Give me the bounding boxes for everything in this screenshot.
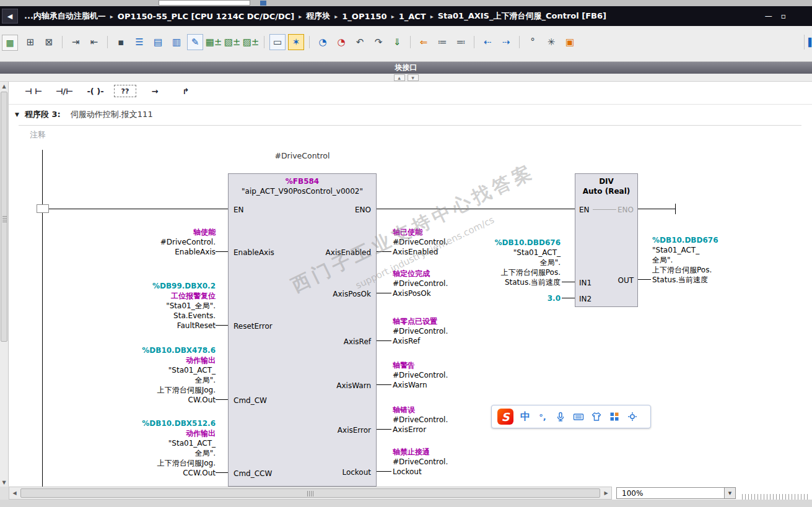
operand-cmd-ccw[interactable]: %DB10.DBX512.6 动作输出 "Sta01_ACT_ 全局". 上下滑… (85, 418, 216, 478)
chinese-mode-icon[interactable]: 中 (520, 410, 530, 423)
call-structure-icon[interactable]: ≔ (434, 34, 450, 50)
interface-splitter[interactable]: ▲ ▼ (0, 74, 812, 82)
scroll-left-icon[interactable]: ◀ (9, 487, 20, 499)
next-error-icon[interactable]: ⇢ (498, 34, 514, 50)
toolbox-icon[interactable] (609, 411, 620, 422)
breadcrumb-folder-2[interactable]: 1_ACT (399, 12, 426, 21)
absolute-symbolic-operands-icon[interactable]: ▥ (168, 34, 185, 50)
no-contact-icon[interactable]: ⊣ ⊢ (21, 84, 46, 98)
reset-layout-icon[interactable]: ▪ (113, 34, 129, 50)
pin-axisref[interactable]: AxisRef (344, 337, 371, 347)
know-how-protection-icon[interactable]: ▣ (562, 34, 578, 50)
breadcrumb-program-blocks[interactable]: 程序块 (306, 11, 330, 22)
pin-lockout[interactable]: Lockout (342, 467, 371, 477)
collapse-all-networks-icon[interactable]: ▤ (150, 34, 166, 50)
pin-div-in1[interactable]: IN1 (579, 278, 592, 288)
download-icon[interactable]: ⇓ (389, 34, 405, 50)
pin-axisposok[interactable]: AxisPosOk (333, 289, 371, 299)
branch-stub-box[interactable] (37, 204, 49, 213)
operand-enableaxis[interactable]: 轴使能 #DriveControl. EnableAxis (85, 227, 216, 257)
operand-axiswarn[interactable]: 轴警告 #DriveControl. AxisWarn (393, 360, 517, 390)
network-comment[interactable]: 注释 (30, 129, 46, 141)
sogou-logo-icon[interactable]: S (497, 409, 513, 425)
breadcrumb-plc[interactable]: OP1150-55_PLC [CPU 1214C DC/DC/DC] (118, 12, 294, 21)
scroll-right-icon[interactable]: ▶ (601, 487, 611, 499)
back-button[interactable]: ◀ (2, 9, 18, 24)
insert-fc-call-icon[interactable]: ▧± (224, 34, 240, 50)
toggle-network-comments-icon[interactable]: ✎ (187, 34, 203, 50)
ladder-editor-canvas[interactable]: ⊣ ⊢ ⊣/⊢ -( )- ?? → ↱ ▼ 程序段 3: 伺服动作控制.报文1… (9, 82, 812, 487)
microphone-icon[interactable] (555, 411, 566, 422)
ime-toolbar[interactable]: S 中 °, (491, 405, 651, 428)
insert-empty-box-icon[interactable]: ▭ (269, 34, 286, 50)
jump-backward-icon[interactable]: ↶ (352, 34, 368, 50)
insert-row-icon[interactable]: ⇥ (68, 34, 84, 50)
assignment-list-icon[interactable]: ≕ (453, 34, 469, 50)
settings-icon[interactable] (627, 411, 638, 422)
program-editor-icon[interactable]: ▦ (2, 35, 18, 51)
monitoring-off-icon[interactable]: ◔ (333, 34, 349, 50)
open-branch-icon[interactable]: → (142, 84, 167, 98)
pin-axiswarn[interactable]: AxisWarn (336, 381, 371, 391)
expand-all-networks-icon[interactable]: ☰ (131, 34, 147, 50)
operand-div-out[interactable]: %DB10.DBD676 "Sta01_ACT_ 全局". 上下滑台伺服Pos.… (652, 235, 776, 285)
operand-reseterror[interactable]: %DB99.DBX0.2 工位报警复位 "Sta01_全局". Sta.Even… (85, 281, 216, 331)
div-box[interactable]: DIV Auto (Real) EN ENO IN1 IN2 OUT (575, 173, 638, 307)
network-header[interactable]: ▼ 程序段 3: 伺服动作控制.报文111 (15, 109, 153, 120)
pin-axiserror[interactable]: AxisError (338, 425, 371, 435)
partial-search-box[interactable] (159, 0, 250, 6)
zoom-dropdown-icon[interactable]: ▼ (724, 488, 735, 498)
pin-enableaxis[interactable]: EnableAxis (234, 248, 274, 258)
fb-call-box[interactable]: %FB584 "aip_ACT_V90PosControl_v0002" EN … (228, 173, 377, 487)
previous-error-icon[interactable]: ⇠ (479, 34, 495, 50)
jump-forward-icon[interactable]: ↷ (370, 34, 386, 50)
close-branch-icon[interactable]: ↱ (173, 84, 198, 98)
splitter-up-icon[interactable]: ▲ (394, 74, 405, 81)
pin-cmd-cw[interactable]: Cmd_CW (234, 396, 267, 405)
pin-div-eno[interactable]: ENO (618, 205, 634, 215)
network-title[interactable]: 伺服动作控制.报文111 (71, 109, 153, 120)
scroll-down-icon[interactable]: ▼ (0, 478, 8, 487)
operand-lockout[interactable]: 轴禁止接通 #DriveControl. Lockout (393, 447, 517, 477)
skin-icon[interactable] (591, 411, 602, 422)
breadcrumb-project[interactable]: ...内轴承自动注脂机— (24, 11, 106, 22)
minimize-button[interactable]: — (765, 12, 772, 20)
insert-network-icon[interactable]: ⊞ (22, 34, 38, 50)
settings-icon[interactable]: ° (525, 34, 541, 50)
maximize-button[interactable]: ▫ (781, 12, 786, 20)
scroll-up-icon[interactable]: ▲ (0, 82, 8, 90)
pin-reseterror[interactable]: ResetError (234, 321, 273, 331)
punctuation-icon[interactable]: °, (537, 411, 548, 422)
vertical-scrollbar[interactable]: ▲ ▼ (0, 82, 9, 487)
nc-contact-icon[interactable]: ⊣/⊢ (52, 84, 77, 98)
vertical-scroll-thumb[interactable] (1, 92, 7, 342)
horizontal-scroll-thumb[interactable] (20, 488, 600, 498)
breadcrumb-folder-1[interactable]: 1_OP1150 (342, 12, 386, 21)
monitoring-on-icon[interactable]: ◔ (315, 34, 331, 50)
pin-div-in2[interactable]: IN2 (579, 294, 592, 304)
pin-en[interactable]: EN (234, 205, 244, 215)
network-collapse-icon[interactable]: ▼ (15, 111, 19, 118)
operand-div-in2[interactable]: 3.0 (468, 293, 561, 303)
pin-eno[interactable]: ENO (355, 205, 371, 215)
delete-row-icon[interactable]: ⇤ (86, 34, 102, 50)
horizontal-scrollbar[interactable]: ◀ ▶ (9, 487, 612, 500)
virtual-keyboard-icon[interactable] (573, 411, 584, 422)
pin-axisenabled[interactable]: AxisEnabled (326, 248, 371, 258)
operand-axisref[interactable]: 轴零点已设置 #DriveControl. AxisRef (393, 316, 517, 346)
splitter-down-icon[interactable]: ▼ (408, 74, 419, 81)
insert-fb-call-icon[interactable]: ▦± (206, 34, 222, 50)
block-interface-bar[interactable]: 块接口 (0, 62, 812, 74)
pin-div-en[interactable]: EN (579, 205, 590, 215)
zoom-combobox[interactable]: 100% ▼ (616, 487, 736, 499)
go-online-icon[interactable]: ⇐ (416, 34, 432, 50)
instance-db-label[interactable]: #DriveControl (228, 151, 377, 160)
pin-cmd-ccw[interactable]: Cmd_CCW (234, 469, 272, 479)
breadcrumb-block[interactable]: Sta01_AXIS_上下滑台伺服_Control [FB6] (438, 11, 606, 22)
update-block-calls-icon[interactable]: ✶ (288, 34, 304, 50)
toolbar-overflow-icon[interactable]: ▐ (804, 35, 812, 50)
operand-cmd-cw[interactable]: %DB10.DBX478.6 动作输出 "Sta01_ACT_ 全局". 上下滑… (85, 345, 216, 405)
snapshot-icon[interactable]: ✳ (543, 34, 559, 50)
coil-icon[interactable]: -( )- (83, 84, 108, 98)
pin-div-out[interactable]: OUT (618, 275, 634, 285)
